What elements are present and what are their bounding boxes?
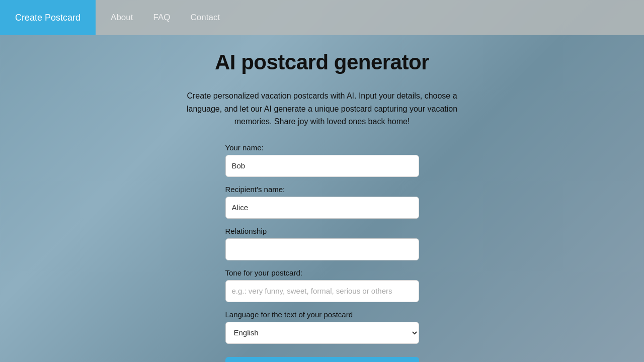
your-name-label: Your name: bbox=[225, 143, 419, 152]
tone-label: Tone for your postcard: bbox=[225, 268, 419, 277]
tone-group: Tone for your postcard: bbox=[225, 268, 419, 302]
relationship-label: Relationship bbox=[225, 227, 419, 235]
form-container: Your name: Recipient's name: Relationshi… bbox=[225, 143, 419, 362]
language-label: Language for the text of your postcard bbox=[225, 310, 419, 319]
language-select[interactable]: English Spanish French German Italian Po… bbox=[225, 322, 419, 344]
create-postcard-nav-button[interactable]: Create Postcard bbox=[0, 0, 96, 35]
recipient-name-input[interactable] bbox=[225, 197, 419, 219]
main-content: AI postcard generator Create personalize… bbox=[0, 35, 644, 362]
tone-input[interactable] bbox=[225, 280, 419, 302]
language-group: Language for the text of your postcard E… bbox=[225, 310, 419, 344]
page-title: AI postcard generator bbox=[215, 50, 429, 74]
nav-faq-link[interactable]: FAQ bbox=[153, 13, 171, 23]
relationship-group: Relationship bbox=[225, 227, 419, 260]
relationship-input[interactable] bbox=[225, 238, 419, 260]
your-name-group: Your name: bbox=[225, 143, 419, 177]
nav-contact-link[interactable]: Contact bbox=[191, 13, 220, 23]
nav-about-link[interactable]: About bbox=[111, 13, 133, 23]
recipient-name-label: Recipient's name: bbox=[225, 185, 419, 194]
page-description: Create personalized vacation postcards w… bbox=[179, 89, 465, 128]
navbar: Create Postcard About FAQ Contact bbox=[0, 0, 644, 35]
next-step-button[interactable]: Next Step bbox=[225, 357, 419, 362]
your-name-input[interactable] bbox=[225, 155, 419, 177]
recipient-name-group: Recipient's name: bbox=[225, 185, 419, 219]
nav-links: About FAQ Contact bbox=[96, 0, 220, 35]
